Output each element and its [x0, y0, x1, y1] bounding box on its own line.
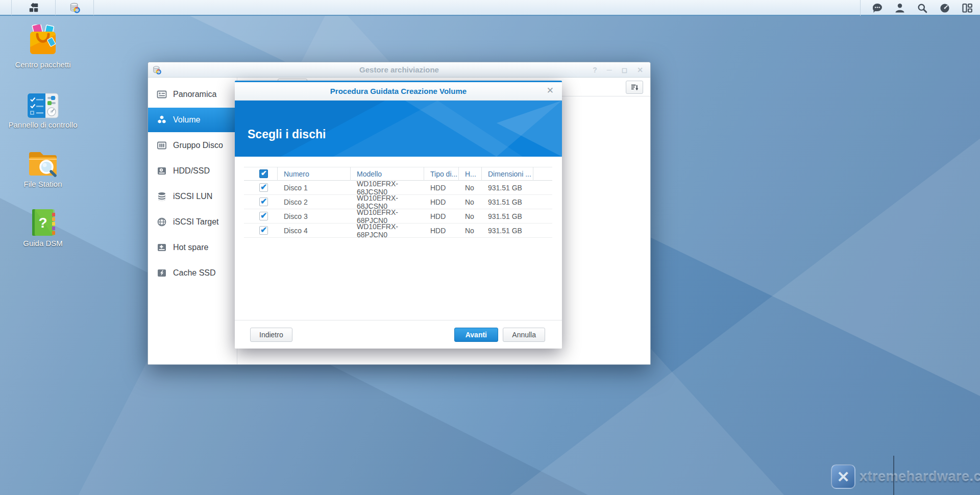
sidebar-item-label: Cache SSD	[173, 268, 216, 278]
sidebar-item-cache-ssd[interactable]: Cache SSD	[148, 261, 237, 285]
user-icon[interactable]	[894, 3, 905, 14]
disk-table: Numero Modello Tipo di... H... Dimension…	[244, 167, 552, 238]
volume-icon	[157, 115, 167, 125]
disk-type-cell: HDD	[424, 198, 459, 206]
disk-row[interactable]: Disco 3 WD10EFRX-68PJCN0 HDD No 931.51 G…	[244, 209, 552, 224]
back-button[interactable]: Indietro	[250, 328, 292, 342]
column-header-dimensioni[interactable]: Dimensioni ...	[482, 167, 533, 181]
hot-spare-icon	[157, 242, 167, 253]
watermark-logo-icon: ✕	[831, 464, 855, 489]
disk-type-cell: HDD	[424, 227, 459, 235]
storage-manager-taskbar-button[interactable]	[56, 0, 94, 15]
disk-size-cell: 931.51 GB	[482, 227, 533, 235]
pilot-view-icon[interactable]	[962, 3, 973, 14]
sidebar-item-label: Panoramica	[173, 90, 216, 99]
sidebar-item-label: iSCSI LUN	[173, 192, 212, 201]
watermark-text: xtremehardware.com	[860, 469, 980, 485]
desktop-icon-control-panel[interactable]: Pannello di controllo	[7, 93, 79, 130]
disk-type-cell: HDD	[424, 212, 459, 220]
disk-table-header: Numero Modello Tipo di... H... Dimension…	[244, 167, 552, 181]
disk-number-cell: Disco 2	[278, 198, 351, 206]
wizard-title: Procedura Guidata Creazione Volume	[235, 82, 562, 101]
disk-checkbox[interactable]	[259, 197, 268, 206]
desktop-icon-file-station[interactable]: File Station	[7, 149, 79, 189]
select-all-checkbox[interactable]	[259, 169, 268, 178]
window-titlebar[interactable]: Gestore archiviazione ? ─ ◻ ✕	[148, 62, 650, 78]
file-station-icon	[27, 149, 59, 178]
disk-hotspare-cell: No	[459, 212, 482, 220]
main-menu-button[interactable]	[11, 0, 56, 15]
maximize-icon[interactable]: ◻	[622, 66, 628, 73]
disk-type-cell: HDD	[424, 184, 459, 192]
disk-size-cell: 931.51 GB	[482, 212, 533, 220]
wizard-step-title: Scegli i dischi	[248, 128, 326, 141]
iscsi-target-icon	[157, 217, 167, 227]
desktop-icon-label: File Station	[7, 180, 79, 189]
sidebar-item-hot-spare[interactable]: Hot spare	[148, 235, 237, 260]
disk-row[interactable]: Disco 4 WD10EFRX-68PJCN0 HDD No 931.51 G…	[244, 224, 552, 238]
taskbar-tray	[860, 0, 973, 16]
wizard-banner: Scegli i dischi	[235, 101, 562, 157]
disk-hotspare-cell: No	[459, 227, 482, 235]
sidebar: Panoramica Volume Gruppo Disco HDD/SSD	[148, 78, 237, 364]
search-icon[interactable]	[917, 3, 928, 14]
wizard-titlebar[interactable]: Procedura Guidata Creazione Volume ✕	[235, 82, 562, 101]
close-icon[interactable]: ✕	[547, 86, 554, 95]
disk-checkbox[interactable]	[259, 183, 268, 192]
svg-text:?: ?	[38, 215, 47, 231]
sidebar-item-iscsi-target[interactable]: iSCSI Target	[148, 210, 237, 234]
sort-descending-icon	[630, 83, 639, 92]
disk-row[interactable]: Disco 2 WD10EFRX-68JCSN0 HDD No 931.51 G…	[244, 195, 552, 209]
disk-number-cell: Disco 4	[278, 227, 351, 235]
column-header-hot[interactable]: H...	[459, 167, 482, 181]
watermark: ✕ xtremehardware.com	[831, 464, 980, 489]
sidebar-item-volume[interactable]: Volume	[148, 108, 237, 132]
notifications-icon[interactable]	[872, 3, 883, 14]
disk-table-body: Disco 1 WD10EFRX-68JCSN0 HDD No 931.51 G…	[244, 181, 552, 238]
sidebar-item-panoramica[interactable]: Panoramica	[148, 82, 237, 107]
sidebar-item-label: iSCSI Target	[173, 217, 219, 227]
help-icon[interactable]: ?	[593, 66, 597, 73]
wallpaper-line	[893, 456, 894, 495]
overview-icon	[157, 89, 167, 100]
desktop-icon-label: Pannello di controllo	[7, 120, 79, 130]
desktop-icon-label: Centro pacchetti	[7, 60, 79, 70]
control-panel-icon	[27, 93, 59, 118]
sidebar-item-iscsi-lun[interactable]: iSCSI LUN	[148, 184, 237, 209]
disk-number-cell: Disco 3	[278, 212, 351, 220]
disk-checkbox[interactable]	[259, 212, 268, 220]
storage-manager-icon	[69, 2, 80, 13]
cache-ssd-icon	[157, 268, 167, 278]
disk-model-cell: WD10EFRX-68PJCN0	[351, 222, 424, 239]
sidebar-item-label: HDD/SSD	[173, 166, 210, 176]
column-header-numero[interactable]: Numero	[278, 167, 351, 181]
next-button[interactable]: Avanti	[454, 328, 498, 342]
column-header-tipo[interactable]: Tipo di...	[424, 167, 459, 181]
close-icon[interactable]: ✕	[637, 66, 643, 73]
sidebar-item-label: Hot spare	[173, 243, 208, 252]
disk-hotspare-cell: No	[459, 198, 482, 206]
wizard-footer: Indietro Avanti Annulla	[235, 320, 562, 349]
minimize-icon[interactable]: ─	[607, 66, 612, 73]
desktop-icon-dsm-help[interactable]: ? Guida DSM	[7, 208, 79, 249]
cancel-button[interactable]: Annulla	[503, 328, 545, 342]
sidebar-item-label: Volume	[173, 115, 200, 125]
disk-checkbox[interactable]	[259, 226, 268, 235]
hdd-icon	[157, 166, 167, 176]
window-title: Gestore archiviazione	[148, 62, 650, 78]
disk-hotspare-cell: No	[459, 184, 482, 192]
package-center-icon	[27, 24, 59, 58]
desktop-icon-package-center[interactable]: Centro pacchetti	[7, 24, 79, 70]
sidebar-item-gruppo-disco[interactable]: Gruppo Disco	[148, 133, 237, 158]
sidebar-item-label: Gruppo Disco	[173, 141, 223, 150]
sort-button[interactable]	[626, 81, 643, 94]
dsm-help-icon: ?	[27, 208, 59, 237]
resource-monitor-icon[interactable]	[939, 3, 950, 14]
disk-row[interactable]: Disco 1 WD10EFRX-68JCSN0 HDD No 931.51 G…	[244, 181, 552, 195]
taskbar	[0, 0, 980, 16]
iscsi-lun-icon	[157, 191, 167, 202]
disk-group-icon	[157, 140, 167, 151]
main-menu-icon	[28, 2, 39, 13]
column-header-modello[interactable]: Modello	[351, 167, 424, 181]
sidebar-item-hdd-ssd[interactable]: HDD/SSD	[148, 159, 237, 183]
